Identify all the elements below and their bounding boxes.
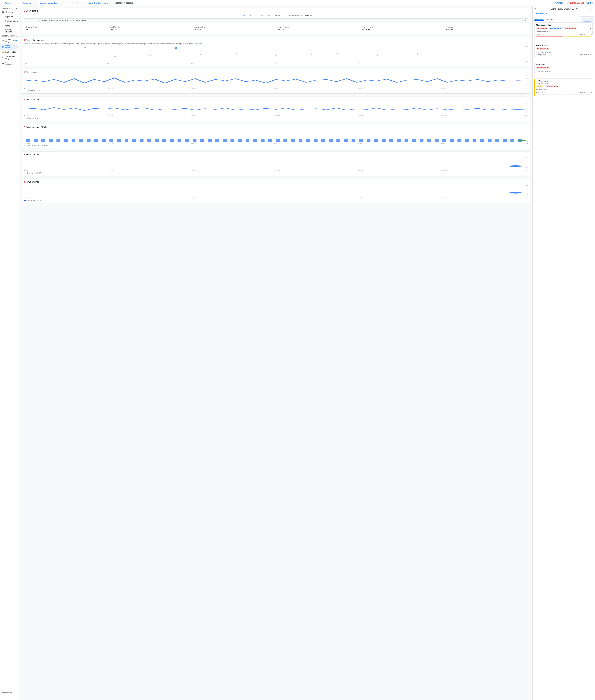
expanded-view-btn[interactable]: EXPANDED xyxy=(534,18,544,21)
scatter-dot-2[interactable] xyxy=(114,56,116,57)
serialize-rows: Rows returned: 48,186 xyxy=(536,51,592,53)
svg-rect-47 xyxy=(382,139,386,142)
prev-btn[interactable]: ‹ xyxy=(535,7,536,10)
table-scan-metrics: Latency: 2.75 s CPU time: 2.75 s xyxy=(536,91,592,93)
breadcrumb-db[interactable]: example-db-1: Query insights xyxy=(87,2,108,4)
sidebar-item-change-streams[interactable]: ~ Change streams xyxy=(0,28,18,34)
plan-node-table-scan: ⚠ Table scan on order_item Full scan Hig… xyxy=(534,79,593,96)
query-plan-desc: Select one of the dots to see a query pl… xyxy=(24,43,528,45)
check-icon: ✓ xyxy=(284,14,286,16)
svg-rect-8 xyxy=(87,139,90,142)
rows-scanned-svg xyxy=(24,157,528,169)
scatter-dot-5[interactable] xyxy=(200,54,201,55)
scatter-dot-7[interactable] xyxy=(276,55,277,56)
sidebar-item-key-visualizer[interactable]: ⊞ Key Visualizer xyxy=(0,61,18,67)
zoom-in-btn[interactable]: + xyxy=(589,23,593,26)
sidebar-collapse-btn[interactable]: ‹ xyxy=(0,695,19,700)
cpu-y1: 8s xyxy=(527,103,528,104)
svg-rect-40 xyxy=(329,139,333,142)
sidebar-item-import-export[interactable]: ⇅ Import/Export xyxy=(0,14,18,19)
execution-section: 7 Execution count / Failed 2 1 0 xyxy=(22,124,530,148)
query-plan-tab[interactable]: QUERY PLAN xyxy=(534,12,549,16)
svg-rect-6 xyxy=(72,139,76,142)
rr-y2: 0k xyxy=(527,194,528,196)
compact-view-btn[interactable]: COMPACT xyxy=(545,18,555,21)
svg-rect-10 xyxy=(102,139,106,142)
sidebar-item-transaction-insights[interactable]: ↔ Transaction insights xyxy=(0,54,18,61)
svg-rect-39 xyxy=(321,139,325,142)
time-6hr-btn[interactable]: 6 hours xyxy=(248,14,257,17)
scatter-dot-1[interactable] xyxy=(84,47,86,48)
right-panel: ‹ › Sample query: 3/1/23, 9:55 PM ⤢ QUER… xyxy=(532,6,595,700)
time-30day-btn[interactable]: 30 days xyxy=(273,14,282,17)
section5-num: 5 xyxy=(24,71,25,74)
zoom-reset-btn[interactable]: ↺ xyxy=(589,31,593,34)
learn-btn[interactable]: ? LEARN xyxy=(586,2,593,4)
cpu-y2: 4s xyxy=(527,109,528,110)
svg-rect-15 xyxy=(140,139,143,142)
svg-rect-28 xyxy=(238,139,242,142)
scatter-dot-9[interactable] xyxy=(337,53,338,54)
svg-rect-19 xyxy=(170,139,174,142)
latency-x-labels: UTC+5:30 9:30 PM 10:00 PM 10:30 PM 11:00… xyxy=(24,88,528,89)
sidebar-item-query-insights[interactable]: ▤ Query insights xyxy=(0,43,18,50)
scatter-dot-10[interactable] xyxy=(377,55,378,56)
breadcrumb-all-instances[interactable]: All instances xyxy=(22,2,31,4)
time-1day-btn[interactable]: 1 day xyxy=(257,14,264,17)
rr-x-labels: UTC+5:30 9:30 PM 10:00 PM 10:30 PM 11:00… xyxy=(24,197,528,199)
expand-icon[interactable]: ⌃ xyxy=(525,20,526,22)
zoom-out-btn[interactable]: − xyxy=(589,27,593,30)
time-range-display[interactable]: ✓ 3/1/23, 8:43 PM – 3/2/23, 12:04 AM ▾ xyxy=(283,13,315,17)
sidebar-item-query[interactable]: ≡ Query xyxy=(0,23,18,28)
exec-legend: Execution count: 1 Failed: 0 xyxy=(24,145,528,146)
scatter-dot-active[interactable] xyxy=(175,47,177,49)
latency-chart-svg xyxy=(24,75,528,87)
rs-y1: 7M xyxy=(526,157,528,159)
exec-chart-container: 2 1 0 xyxy=(24,130,528,142)
svg-rect-13 xyxy=(124,139,128,142)
scatter-dot-3[interactable] xyxy=(150,55,151,56)
svg-rect-55 xyxy=(443,139,446,142)
cpu-legend: CPU utilization: 2.24s xyxy=(24,117,528,119)
svg-rect-36 xyxy=(299,139,302,142)
svg-rect-4 xyxy=(56,139,60,142)
obs-collapse-icon[interactable]: ▲ xyxy=(16,35,18,37)
sidebar-item-backup-restore[interactable]: ⊙ Backup/Restore xyxy=(0,19,18,23)
svg-rect-57 xyxy=(457,139,461,142)
scatter-dot-8[interactable] xyxy=(311,54,312,55)
latency-legend-line xyxy=(24,91,26,91)
latency-legend-item: Avg latency: 2.236s xyxy=(24,90,40,92)
sidebar-item-system-insights[interactable]: ◈ System insights NEW xyxy=(0,37,18,43)
time-1hr-btn[interactable]: 1 hour xyxy=(239,14,248,17)
lat-y2: 2.5s xyxy=(526,78,528,79)
stat-avg-bytes: Avg. bytes 721,498 xyxy=(444,25,528,32)
learn-more-link[interactable]: Learn more xyxy=(194,43,202,45)
delete-database-btn[interactable]: 🗑 DELETE DATABASE xyxy=(566,2,584,4)
collapse-icon[interactable]: ▲ xyxy=(16,8,18,9)
cpu-y3: 2s xyxy=(527,112,528,114)
topnav: All instances › INSTANCE example-instanc… xyxy=(19,0,595,6)
import-export-icon: ⇅ xyxy=(2,16,4,18)
svg-rect-21 xyxy=(185,139,189,142)
serialize-result-title: Serialize result xyxy=(536,45,592,47)
execution-title: 7 Execution count / Failed xyxy=(24,126,528,128)
section9-num: 9 xyxy=(24,181,25,183)
breadcrumb-sep2: › xyxy=(61,2,62,4)
next-btn[interactable]: › xyxy=(537,7,538,10)
breadcrumb-instance[interactable]: example-instance: Overview xyxy=(40,2,60,4)
section3-num: 3 xyxy=(24,39,25,41)
scatter-dot-6[interactable] xyxy=(235,53,237,55)
expand-panel-icon[interactable]: ⤢ xyxy=(591,8,593,10)
copy-icon[interactable]: ⧉ xyxy=(523,20,524,22)
scatter-dot-11[interactable] xyxy=(417,53,418,55)
time-7day-btn[interactable]: 7 days xyxy=(265,14,273,17)
svg-rect-60 xyxy=(480,139,484,142)
sidebar-item-overview[interactable]: ⊞ Overview xyxy=(0,10,18,14)
stat-bytes-value: 721,498 xyxy=(446,28,526,31)
write-ddl-btn[interactable]: ✏ WRITE DDL xyxy=(554,2,565,4)
stat-cpu-value: 1,968.93 xyxy=(110,28,190,31)
instance-label: INSTANCE xyxy=(33,2,39,4)
svg-rect-49 xyxy=(397,139,401,142)
release-notes[interactable]: Release Notes xyxy=(0,690,19,695)
sidebar-item-lock-insights[interactable]: 🔒 Lock insights xyxy=(0,50,18,54)
